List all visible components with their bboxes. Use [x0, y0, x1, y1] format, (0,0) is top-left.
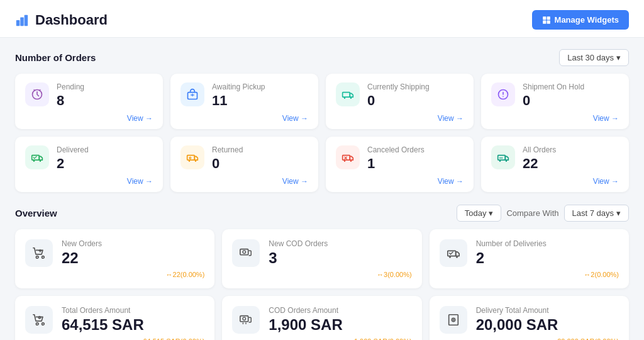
svg-rect-6	[547, 20, 550, 23]
delivered-label: Delivered	[57, 145, 153, 154]
new-orders-value: 22	[62, 249, 204, 267]
svg-point-33	[42, 323, 45, 326]
svg-rect-2	[25, 14, 28, 25]
order-card-all-orders: All Orders 22 View →	[481, 137, 629, 192]
svg-point-21	[350, 161, 352, 162]
delivery-total-amount-label: Delivery Total Amount	[476, 306, 619, 315]
svg-point-36	[243, 317, 246, 320]
currently-shipping-view-link[interactable]: View →	[438, 114, 464, 123]
shipment-on-hold-label: Shipment On Hold	[523, 82, 619, 91]
all-orders-icon	[491, 145, 515, 169]
delivered-view-link[interactable]: View →	[127, 177, 153, 186]
svg-point-18	[195, 161, 197, 162]
new-cod-orders-label: New COD Orders	[269, 239, 411, 248]
overview-controls: Today ▾ Compare With Last 7 days ▾	[457, 205, 629, 222]
svg-rect-35	[240, 316, 248, 322]
chevron-down-icon: ▾	[489, 208, 493, 218]
shipment-on-hold-icon	[491, 82, 515, 106]
orders-filter-dropdown[interactable]: Last 30 days ▾	[559, 49, 629, 66]
delivered-icon	[25, 145, 49, 169]
svg-point-26	[42, 256, 45, 259]
metric-card-number-of-deliveries: Number of Deliveries 2 ↔2(0.00%)	[430, 229, 629, 288]
number-of-deliveries-label: Number of Deliveries	[476, 239, 619, 248]
svg-point-10	[344, 98, 346, 99]
returned-value: 0	[212, 156, 308, 172]
canceled-orders-view-link[interactable]: View →	[438, 177, 464, 186]
orders-section-title: Number of Orders	[15, 52, 96, 63]
compare-period-dropdown[interactable]: Last 7 days ▾	[564, 205, 630, 222]
svg-point-30	[449, 256, 451, 258]
total-orders-amount-label: Total Orders Amount	[62, 306, 204, 315]
shipment-on-hold-value: 0	[523, 93, 619, 109]
delivery-total-amount-change: ↔20,000 SAR(0.00%)	[550, 337, 619, 340]
returned-label: Returned	[212, 145, 308, 154]
metric-card-delivery-total-amount: Delivery Total Amount 20,000 SAR ↔20,000…	[430, 296, 629, 340]
all-orders-view-link[interactable]: View →	[593, 177, 619, 186]
today-dropdown[interactable]: Today ▾	[457, 205, 502, 222]
order-card-canceled-orders: Canceled Orders 1 View →	[326, 137, 474, 192]
svg-point-31	[456, 256, 458, 258]
pending-view-link[interactable]: View →	[127, 114, 153, 123]
svg-point-14	[33, 161, 35, 162]
svg-point-15	[40, 161, 42, 162]
metrics-row2: Total Orders Amount 64,515 SAR ↔64,515 S…	[15, 296, 629, 340]
svg-point-23	[499, 161, 501, 162]
new-cod-orders-change: ↔3(0.00%)	[377, 271, 412, 278]
new-orders-change: ↔22(0.00%)	[166, 271, 205, 278]
number-of-deliveries-value: 2	[476, 249, 619, 267]
currently-shipping-label: Currently Shipping	[367, 82, 464, 91]
new-cod-orders-value: 3	[269, 249, 411, 267]
chevron-down-icon: ▾	[616, 208, 621, 218]
header: Dashboard Manage Widgets	[0, 0, 644, 38]
awaiting-pickup-label: Awaiting Pickup	[212, 82, 308, 91]
manage-widgets-button[interactable]: Manage Widgets	[532, 10, 629, 30]
awaiting-pickup-view-link[interactable]: View →	[282, 114, 308, 123]
cod-orders-amount-icon	[232, 306, 260, 334]
pending-icon	[25, 82, 49, 106]
svg-point-20	[344, 161, 346, 162]
awaiting-pickup-value: 11	[212, 93, 308, 109]
canceled-orders-label: Canceled Orders	[367, 145, 464, 154]
metric-card-cod-orders-amount: COD Orders Amount 1,900 SAR ↔1,900 SAR(0…	[222, 296, 421, 340]
compare-label: Compare With	[506, 208, 558, 218]
svg-rect-5	[543, 20, 546, 23]
delivery-total-amount-icon	[440, 306, 467, 334]
metric-card-new-orders: New Orders 22 ↔22(0.00%)	[15, 229, 214, 288]
number-of-deliveries-icon	[440, 239, 467, 267]
overview-section-header: Overview Today ▾ Compare With Last 7 day…	[15, 205, 629, 222]
svg-rect-1	[20, 17, 24, 26]
main-content: Number of Orders Last 30 days ▾	[0, 38, 644, 340]
svg-point-11	[350, 98, 352, 99]
pending-value: 8	[57, 93, 153, 109]
returned-view-link[interactable]: View →	[282, 177, 308, 186]
shipment-on-hold-view-link[interactable]: View →	[593, 114, 619, 123]
svg-rect-4	[547, 16, 550, 20]
awaiting-pickup-icon	[180, 82, 204, 106]
canceled-orders-icon	[336, 145, 360, 169]
chevron-down-icon: ▾	[616, 53, 621, 62]
cod-orders-amount-value: 1,900 SAR	[269, 316, 411, 334]
order-card-shipment-on-hold: Shipment On Hold 0 View →	[481, 74, 629, 129]
svg-point-28	[243, 251, 246, 254]
header-left: Dashboard	[15, 12, 108, 28]
new-cod-orders-icon	[232, 239, 260, 267]
svg-point-32	[36, 323, 38, 326]
svg-rect-3	[543, 16, 546, 20]
total-orders-amount-icon	[25, 306, 53, 334]
metric-card-total-orders-amount: Total Orders Amount 64,515 SAR ↔64,515 S…	[15, 296, 214, 340]
page-title: Dashboard	[35, 12, 108, 28]
delivered-value: 2	[57, 156, 153, 172]
svg-point-25	[36, 256, 38, 259]
orders-section-header: Number of Orders Last 30 days ▾	[15, 49, 629, 66]
order-card-awaiting-pickup: Awaiting Pickup 11 View →	[170, 74, 318, 129]
total-orders-amount-value: 64,515 SAR	[62, 316, 204, 334]
new-orders-icon	[25, 239, 53, 267]
cod-orders-amount-label: COD Orders Amount	[269, 306, 411, 315]
overview-section-title: Overview	[15, 208, 57, 218]
orders-cards-grid: Pending 8 View →	[15, 74, 629, 192]
order-card-currently-shipping: Currently Shipping 0 View →	[326, 74, 474, 129]
delivery-total-amount-value: 20,000 SAR	[476, 316, 619, 334]
new-orders-label: New Orders	[62, 239, 204, 248]
currently-shipping-value: 0	[367, 93, 464, 109]
pending-label: Pending	[57, 82, 153, 91]
